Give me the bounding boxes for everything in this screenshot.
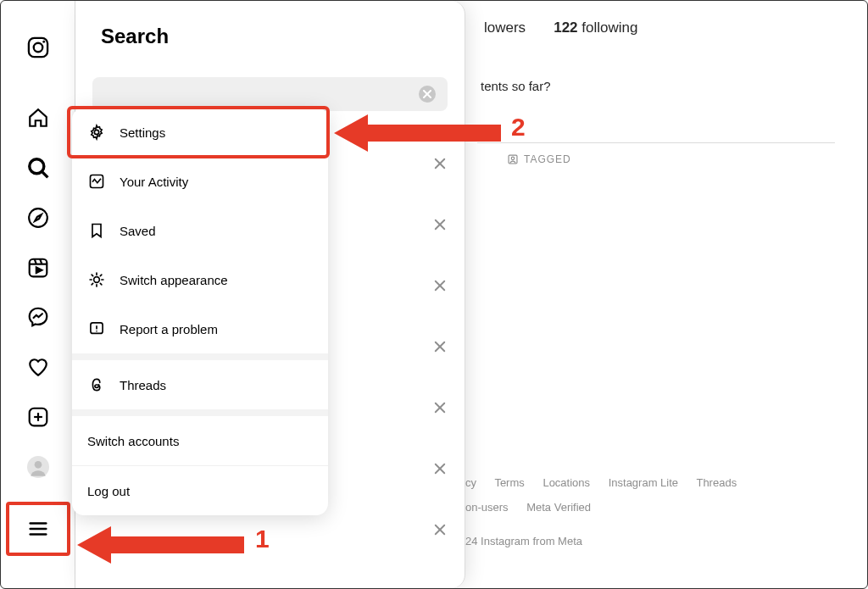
search-icon xyxy=(26,156,49,179)
messenger-icon xyxy=(27,306,49,328)
menu-item-threads[interactable]: Threads xyxy=(72,360,328,409)
svg-line-44 xyxy=(100,283,102,285)
footer-link[interactable]: Meta Verified xyxy=(526,501,591,514)
remove-recent-button[interactable] xyxy=(432,156,448,175)
sidebar-item-create[interactable] xyxy=(18,402,58,431)
search-title: Search xyxy=(75,25,465,48)
sidebar-item-notifications[interactable] xyxy=(18,353,58,382)
footer: cy Terms Locations Instagram Lite Thread… xyxy=(465,471,850,554)
profile-stats: lowers 122 following xyxy=(484,19,855,36)
svg-line-4 xyxy=(42,172,47,177)
sidebar-item-explore[interactable] xyxy=(18,203,58,232)
sidebar-item-search[interactable] xyxy=(18,153,58,183)
tagged-icon xyxy=(507,153,519,165)
footer-link[interactable]: Terms xyxy=(494,476,524,489)
sidebar-item-home[interactable] xyxy=(18,103,58,133)
search-input[interactable] xyxy=(92,77,448,111)
svg-point-49 xyxy=(96,331,97,332)
activity-icon xyxy=(87,172,106,191)
remove-recent-button[interactable] xyxy=(432,522,448,541)
svg-point-3 xyxy=(29,159,43,174)
svg-line-46 xyxy=(100,275,102,276)
sun-icon xyxy=(87,270,106,289)
footer-link[interactable]: Locations xyxy=(542,476,590,489)
menu-item-label: Saved xyxy=(120,224,156,238)
remove-recent-button[interactable] xyxy=(432,278,448,297)
svg-point-5 xyxy=(29,208,47,227)
footer-link[interactable]: cy xyxy=(465,476,476,489)
footer-link[interactable]: Instagram Lite xyxy=(609,476,678,489)
home-icon xyxy=(27,107,49,129)
menu-separator xyxy=(72,353,328,360)
heart-icon xyxy=(27,356,49,378)
alert-icon xyxy=(87,320,106,338)
tab-label: TAGGED xyxy=(524,153,571,165)
svg-point-53 xyxy=(511,157,515,160)
svg-point-38 xyxy=(94,277,100,283)
left-sidebar xyxy=(1,1,75,588)
instagram-icon xyxy=(26,36,50,59)
menu-item-label: Switch appearance xyxy=(120,273,228,287)
plus-icon xyxy=(27,406,49,428)
gear-icon xyxy=(87,123,106,142)
menu-item-switch-accounts[interactable]: Switch accounts xyxy=(72,416,328,465)
menu-item-label: Threads xyxy=(120,378,166,392)
svg-line-43 xyxy=(92,275,93,276)
svg-rect-0 xyxy=(28,38,47,57)
menu-item-label: Report a problem xyxy=(120,322,218,336)
hamburger-icon xyxy=(27,518,49,540)
svg-marker-11 xyxy=(36,267,42,273)
menu-separator xyxy=(72,409,328,416)
more-menu-popup: Settings Your Activity Saved xyxy=(72,108,328,515)
threads-icon xyxy=(87,375,106,394)
svg-point-1 xyxy=(33,43,42,53)
remove-recent-button[interactable] xyxy=(432,339,448,358)
svg-point-16 xyxy=(34,461,42,469)
menu-item-appearance[interactable]: Switch appearance xyxy=(72,255,328,304)
following-count: 122 xyxy=(554,19,577,36)
profile-tagline-partial: tents so far? xyxy=(481,79,855,93)
remove-recent-button[interactable] xyxy=(432,217,448,236)
footer-copyright: 24 Instagram from Meta xyxy=(465,530,835,554)
reels-icon xyxy=(27,257,49,279)
sidebar-item-messages[interactable] xyxy=(18,303,58,332)
menu-item-label: Settings xyxy=(120,125,165,140)
compass-icon xyxy=(27,207,49,229)
sidebar-item-menu-highlight xyxy=(6,502,70,556)
svg-marker-6 xyxy=(35,214,42,221)
menu-item-label: Switch accounts xyxy=(87,434,179,448)
bookmark-icon xyxy=(87,221,106,240)
remove-recent-button[interactable] xyxy=(432,400,448,419)
tab-tagged[interactable]: TAGGED xyxy=(507,153,571,165)
x-icon xyxy=(423,90,431,98)
footer-link[interactable]: Threads xyxy=(696,476,737,489)
svg-line-45 xyxy=(92,283,93,285)
sidebar-item-profile[interactable] xyxy=(18,452,58,481)
menu-item-saved[interactable]: Saved xyxy=(72,206,328,255)
menu-item-report[interactable]: Report a problem xyxy=(72,304,328,353)
clear-search-button[interactable] xyxy=(419,86,436,103)
remove-recent-button[interactable] xyxy=(432,461,448,480)
footer-link[interactable]: on-users xyxy=(465,501,509,514)
svg-point-2 xyxy=(42,41,45,43)
sidebar-item-menu[interactable] xyxy=(18,508,58,549)
sidebar-item-logo[interactable] xyxy=(18,33,58,63)
menu-item-label: Log out xyxy=(87,484,130,498)
menu-item-logout[interactable]: Log out xyxy=(72,466,328,515)
avatar-icon xyxy=(27,456,49,478)
followers-label-partial: lowers xyxy=(484,19,526,36)
svg-point-36 xyxy=(94,130,98,134)
menu-item-activity[interactable]: Your Activity xyxy=(72,157,328,206)
sidebar-item-reels[interactable] xyxy=(18,253,58,282)
menu-item-label: Your Activity xyxy=(120,175,188,189)
following-label: following xyxy=(581,19,637,36)
menu-item-settings[interactable]: Settings xyxy=(72,108,328,157)
profile-tabs: TAGGED xyxy=(477,142,835,143)
